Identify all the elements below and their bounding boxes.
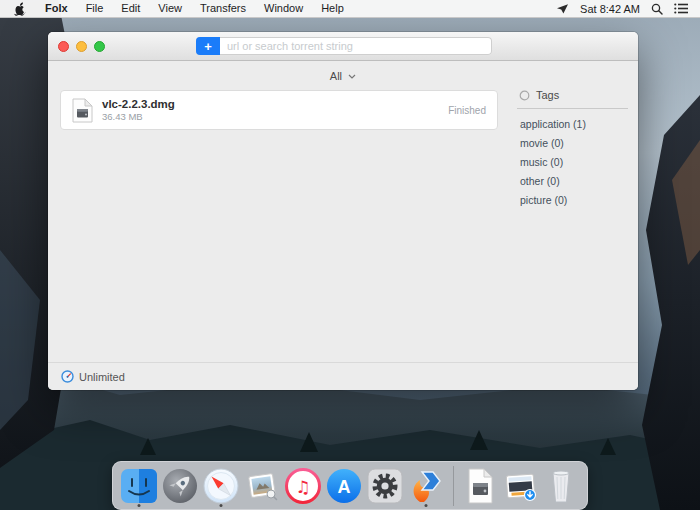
downloads-stack-icon (502, 467, 540, 505)
speed-limit-label[interactable]: Unlimited (79, 371, 125, 383)
downloads-list: vlc-2.2.3.dmg 36.43 MB Finished (48, 60, 515, 363)
dock-launchpad[interactable] (161, 464, 199, 508)
menu-bar: Folx File Edit View Transfers Window Hel… (0, 0, 700, 18)
dock-preview[interactable] (243, 464, 281, 508)
tags-sidebar: Tags application (1) movie (0) music (0)… (515, 60, 638, 363)
itunes-icon: ♫ (284, 467, 322, 505)
dock-dmg-file[interactable] (462, 464, 499, 508)
download-status: Finished (448, 105, 486, 116)
menu-view[interactable]: View (149, 0, 191, 17)
dmg-file-icon (463, 467, 497, 505)
download-name: vlc-2.2.3.dmg (102, 98, 175, 111)
apple-logo-icon (14, 2, 26, 16)
window-content: vlc-2.2.3.dmg 36.43 MB Finished Tags app… (48, 60, 638, 363)
svg-text:♫: ♫ (295, 476, 310, 496)
safari-icon (202, 467, 240, 505)
launchpad-icon (161, 467, 199, 505)
dock-safari[interactable] (202, 464, 240, 508)
tag-movie[interactable]: movie (0) (515, 134, 638, 153)
menu-clock[interactable]: Sat 8:42 AM (580, 3, 640, 15)
add-torrent-button[interactable]: + (196, 37, 220, 55)
dock-trash[interactable] (543, 464, 580, 508)
menu-help[interactable]: Help (312, 0, 353, 17)
tag-application[interactable]: application (1) (515, 115, 638, 134)
app-store-icon: A (325, 467, 363, 505)
traffic-lights (48, 41, 105, 52)
dock-downloads-stack[interactable] (502, 464, 540, 508)
preview-icon (243, 467, 281, 505)
torrent-search-bar: + (196, 37, 492, 55)
filter-dropdown[interactable]: All (48, 70, 638, 82)
downloads-card: vlc-2.2.3.dmg 36.43 MB Finished (60, 90, 498, 130)
dock-divider (453, 466, 454, 506)
menu-window[interactable]: Window (255, 0, 312, 17)
system-preferences-icon (366, 467, 404, 505)
menu-file[interactable]: File (77, 0, 113, 17)
dock: ♫ A (112, 461, 588, 510)
dock-itunes[interactable]: ♫ (284, 464, 322, 508)
download-size: 36.43 MB (102, 111, 175, 123)
tag-other[interactable]: other (0) (515, 172, 638, 191)
tag-circle-icon (519, 90, 530, 101)
desktop: Folx File Edit View Transfers Window Hel… (0, 0, 700, 510)
folx-status-menu-icon[interactable] (556, 3, 569, 15)
menu-edit[interactable]: Edit (112, 0, 149, 17)
filter-selected-label: All (330, 70, 342, 82)
chevron-down-icon (348, 74, 356, 79)
dock-folx[interactable] (407, 464, 445, 508)
notification-center-icon[interactable] (674, 3, 688, 14)
running-indicator (425, 504, 428, 507)
menu-folx[interactable]: Folx (36, 0, 77, 17)
tag-picture[interactable]: picture (0) (515, 191, 638, 210)
trash-icon (544, 467, 578, 505)
window-toolbar: + (48, 32, 638, 61)
speed-gauge-icon[interactable] (61, 370, 74, 383)
download-row[interactable]: vlc-2.2.3.dmg 36.43 MB Finished (61, 91, 497, 129)
window-status-bar: Unlimited (48, 362, 638, 390)
tags-header: Tags (515, 89, 638, 101)
svg-text:A: A (338, 476, 351, 496)
zoom-button[interactable] (94, 41, 105, 52)
tags-header-label: Tags (536, 89, 559, 101)
menu-transfers[interactable]: Transfers (191, 0, 255, 17)
apple-menu[interactable] (0, 2, 36, 16)
running-indicator (220, 504, 223, 507)
folx-window: + All (48, 32, 638, 390)
dock-app-store[interactable]: A (325, 464, 363, 508)
dmg-file-icon (72, 98, 93, 123)
dock-finder[interactable] (120, 464, 158, 508)
tags-divider (517, 108, 628, 109)
tag-music[interactable]: music (0) (515, 153, 638, 172)
torrent-search-input[interactable] (220, 37, 492, 55)
spotlight-icon[interactable] (651, 3, 663, 15)
minimize-button[interactable] (76, 41, 87, 52)
dock-system-preferences[interactable] (366, 464, 404, 508)
folx-icon (407, 467, 445, 505)
finder-icon (120, 467, 158, 505)
running-indicator (138, 504, 141, 507)
close-button[interactable] (58, 41, 69, 52)
